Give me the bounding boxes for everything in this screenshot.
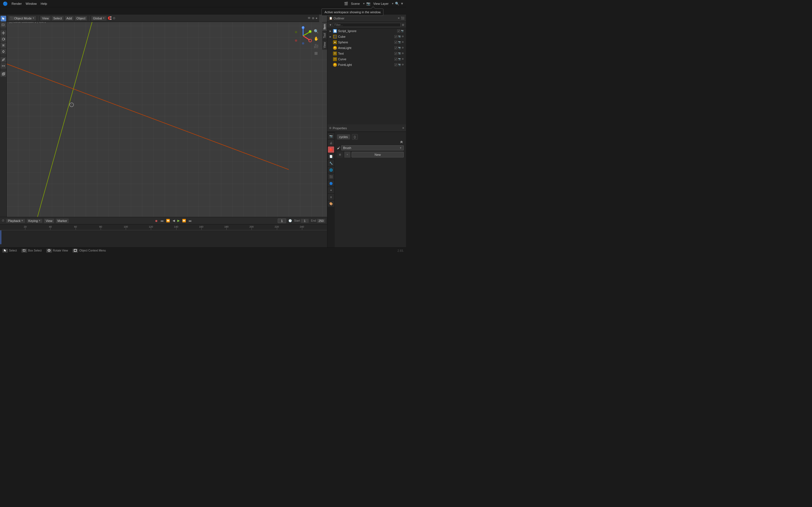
outliner-filter2-icon[interactable]: ⚙: [402, 23, 404, 26]
brush-new-btn[interactable]: New: [352, 152, 404, 158]
object-menu-btn[interactable]: Object: [75, 16, 87, 20]
text-render-icon[interactable]: 📷: [398, 52, 401, 55]
curve-extra-icon[interactable]: ⚙: [402, 58, 404, 61]
props-close-icon[interactable]: ✕: [402, 126, 404, 129]
side-tab-view[interactable]: View: [322, 40, 327, 50]
record-btn[interactable]: ⏺: [154, 219, 159, 223]
object-props-btn[interactable]: ⬛: [328, 173, 334, 180]
scene-expand-icon[interactable]: ▼: [363, 2, 365, 5]
end-frame-val[interactable]: 250: [317, 219, 325, 223]
brush-dropdown[interactable]: Brush ▼: [341, 145, 404, 151]
add-menu-btn[interactable]: Add: [65, 16, 74, 20]
gizmo-toggle-icon[interactable]: ⊕: [312, 16, 314, 20]
brush-add-icon[interactable]: +: [344, 152, 350, 158]
overlay-icon[interactable]: 👁: [308, 16, 311, 20]
outliner-item-cube[interactable]: ▶ ⬛ Cube 📷 ⚙: [327, 34, 406, 40]
pointlight-extra-icon[interactable]: ⚙: [402, 63, 404, 66]
world-props-btn[interactable]: 🌐: [328, 167, 334, 173]
timeline-view-btn[interactable]: View: [44, 219, 54, 223]
view-layer-expand-icon[interactable]: ▼: [391, 2, 394, 5]
filter-icon[interactable]: ▼: [400, 2, 404, 6]
start-frame-val[interactable]: 1: [301, 219, 309, 223]
view-layer-props-btn[interactable]: 📑: [328, 153, 334, 159]
scene-label[interactable]: Scene: [349, 2, 361, 5]
outliner-search-input[interactable]: [333, 23, 401, 27]
arealight-render-icon[interactable]: 📷: [398, 47, 401, 49]
move-tool-btn[interactable]: [1, 30, 6, 36]
grid-icon[interactable]: ⊞: [313, 50, 319, 56]
play-reverse-btn[interactable]: ◀: [172, 219, 175, 223]
text-props-btn[interactable]: a: [328, 194, 334, 200]
arealight-visibility[interactable]: [395, 47, 397, 49]
material-props-btn[interactable]: 🎨: [328, 201, 334, 207]
sphere-visibility[interactable]: [395, 41, 397, 44]
outliner-item-curve[interactable]: ▶ 〰 Curve 📷 ⚙: [327, 56, 406, 62]
outliner-filter-icon[interactable]: ▼: [329, 23, 332, 26]
cube-render-icon[interactable]: 📷: [398, 35, 401, 38]
select-menu-btn[interactable]: Select: [52, 16, 64, 20]
scene-props-btn[interactable]: 🔧: [328, 160, 334, 166]
curve-visibility[interactable]: [395, 58, 397, 61]
text-extra-icon[interactable]: ⚙: [402, 52, 404, 55]
pointlight-visibility[interactable]: [395, 63, 397, 66]
curve-render-icon[interactable]: 📷: [398, 58, 401, 61]
view-menu-btn[interactable]: View: [40, 16, 50, 20]
visibility-checkbox[interactable]: [397, 30, 400, 33]
search-icon[interactable]: 🔍: [395, 2, 399, 6]
cube-extra-icon[interactable]: ⚙: [402, 35, 404, 38]
current-frame-display[interactable]: 1: [278, 219, 286, 223]
output-props-btn[interactable]: 🖨: [328, 140, 334, 146]
sphere-render-icon[interactable]: 📷: [398, 41, 401, 44]
pan-icon[interactable]: ✋: [313, 36, 319, 42]
keying-menu[interactable]: Keying ▼: [27, 219, 43, 223]
blender-logo-icon[interactable]: 🔵: [1, 1, 9, 6]
sphere-extra-icon[interactable]: ⚙: [402, 41, 404, 44]
transform-tool-btn[interactable]: [1, 49, 6, 54]
timeline-marker-btn[interactable]: Marker: [56, 219, 69, 223]
render-engine-btn[interactable]: 🔴: [328, 147, 334, 153]
outliner-max-icon[interactable]: ⬛: [401, 17, 404, 20]
particles-props-btn[interactable]: ✦: [328, 187, 334, 193]
annotate-tool-btn[interactable]: [1, 57, 6, 62]
jump-end-btn[interactable]: ⏭: [188, 219, 193, 223]
viewport-gizmo[interactable]: Z Y: [293, 26, 313, 46]
scale-tool-btn[interactable]: [1, 43, 6, 48]
zoom-in-icon[interactable]: 🔍: [313, 28, 319, 34]
timeline-frames[interactable]: [0, 230, 327, 244]
prev-frame-btn[interactable]: ⏪: [165, 219, 171, 223]
brush-grid-icon[interactable]: ⊞: [337, 152, 343, 158]
viewport[interactable]: User Perspective (1) Const Collectoin 1 …: [7, 15, 327, 217]
pointlight-render-icon[interactable]: 📷: [398, 63, 401, 66]
arealight-extra-icon[interactable]: ⚙: [402, 47, 404, 49]
proportional-icon[interactable]: ⊙: [113, 16, 115, 20]
outliner-item-arealight[interactable]: ▶ 💡 AreaLight 📷 ⚙: [327, 45, 406, 51]
menu-window[interactable]: Window: [24, 1, 38, 6]
select-tool-btn[interactable]: [1, 16, 6, 21]
outliner-item-pointlight[interactable]: ▶ 💡 PointLight 📷 ⚙: [327, 62, 406, 68]
side-tab-tool[interactable]: Tool: [322, 31, 327, 40]
view-layer-label[interactable]: View Layer: [371, 2, 390, 5]
playhead[interactable]: [1, 230, 1, 244]
rotate-tool-btn[interactable]: [1, 36, 6, 42]
side-tab-item[interactable]: Item: [322, 22, 327, 31]
cycles-settings-btn[interactable]: {}: [352, 134, 358, 140]
mode-selector[interactable]: ⬛ Object Mode ▼: [8, 16, 36, 20]
render-icon[interactable]: 📷: [401, 30, 404, 33]
snap-icon[interactable]: 🧲: [108, 16, 112, 20]
outliner-item-sphere[interactable]: ▶ ● Sphere 📷 ⚙: [327, 40, 406, 45]
menu-help[interactable]: Help: [39, 1, 49, 6]
measure-tool-btn[interactable]: [1, 63, 6, 69]
modifier-props-btn[interactable]: 🔵: [328, 180, 334, 186]
box-select-btn[interactable]: [1, 22, 6, 27]
text-visibility[interactable]: [395, 52, 397, 55]
playback-menu[interactable]: Playback ▼: [6, 219, 25, 223]
add-cube-btn[interactable]: [1, 71, 6, 77]
outliner-item-script-ignore[interactable]: ▶ 📄 Script_Ignore 📷: [327, 28, 406, 34]
outliner-close-icon[interactable]: ✕: [398, 17, 400, 20]
cube-visibility[interactable]: [395, 35, 397, 38]
pin-icon[interactable]: [400, 140, 403, 144]
jump-start-btn[interactable]: ⏮: [160, 219, 164, 223]
viewport-shading-icon[interactable]: ●: [315, 16, 317, 20]
timeline-track-area[interactable]: 20406080100120140160180200220240: [0, 224, 327, 247]
play-btn[interactable]: ▶: [176, 219, 181, 223]
